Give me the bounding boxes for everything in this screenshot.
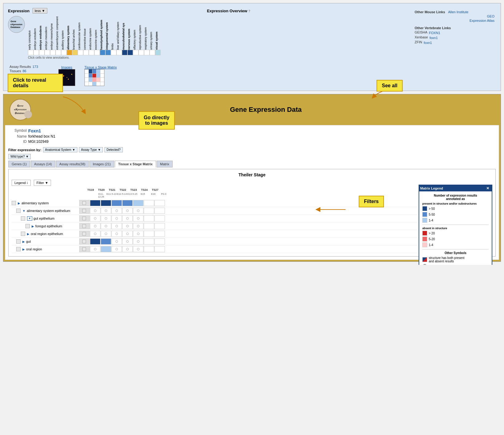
triangle-oral[interactable] (22, 248, 25, 251)
cell-oral-epi-4[interactable] (122, 231, 133, 237)
cell-oral-4[interactable] (122, 246, 133, 252)
cell-gut-epi-1[interactable] (90, 215, 100, 221)
cell-foregut-epi-6[interactable] (144, 223, 154, 229)
tab-matrix[interactable]: Matrix (157, 161, 173, 167)
cell-gut-4[interactable] (122, 238, 133, 245)
cell-foregut-epi-5[interactable] (133, 223, 143, 229)
checkbox-gut-epi[interactable] (21, 216, 25, 221)
heatmap-cell-18[interactable] (127, 50, 133, 55)
cell-oral-epi-6[interactable] (144, 231, 154, 237)
cell-oral-2[interactable] (101, 246, 111, 252)
triangle-foregut-epi[interactable] (32, 225, 34, 228)
wildtype-filter[interactable]: Wild type? ▼ (8, 154, 31, 159)
tab-genes[interactable]: Genes (1) (8, 161, 30, 167)
heatmap-cell-22[interactable] (150, 50, 155, 55)
heatmap-cell-19[interactable] (133, 50, 139, 55)
checkbox-alim-epi[interactable] (16, 209, 21, 213)
heatmap-cell-2[interactable] (39, 50, 45, 55)
cell-gut-1[interactable] (90, 238, 100, 245)
cell-alimentary-3[interactable] (111, 200, 122, 206)
checkbox-oral-epi[interactable] (21, 232, 25, 236)
cell-alim-epi-1[interactable] (90, 208, 100, 214)
checkbox-foregut-epi[interactable] (25, 224, 30, 228)
cell-alim-epi-3[interactable] (111, 208, 122, 214)
tissues-count[interactable]: 86 (23, 69, 26, 73)
heatmap-grid[interactable] (28, 50, 407, 55)
cell-foregut-epi-1[interactable] (90, 223, 100, 229)
allen-institute-link[interactable]: Allen Institute (448, 10, 468, 14)
cell-gut-epi-0[interactable] (79, 215, 90, 221)
tissue-matrix-thumbnail[interactable] (84, 69, 104, 86)
cell-alimentary-2[interactable] (101, 200, 111, 206)
cell-alim-epi-2[interactable] (101, 208, 111, 214)
heatmap-cell-7[interactable] (67, 50, 72, 55)
heatmap-cell-21[interactable] (144, 50, 150, 55)
checkbox-oral[interactable] (16, 247, 21, 251)
assay-results-count[interactable]: 173 (33, 65, 38, 69)
cell-alimentary-4[interactable] (122, 200, 133, 206)
heatmap-cell-5[interactable] (56, 50, 61, 55)
cell-gut-epi-5[interactable] (133, 215, 143, 221)
geo-link[interactable]: GEO (415, 14, 494, 18)
cell-alim-epi-4[interactable] (122, 208, 133, 214)
cell-gut-5[interactable] (133, 238, 143, 245)
cell-gut-2[interactable] (101, 238, 111, 245)
checkbox-gut[interactable] (16, 239, 21, 244)
cell-oral-1[interactable] (90, 246, 100, 252)
heatmap-cell-14[interactable] (105, 50, 111, 55)
cell-alim-epi-7[interactable] (154, 208, 165, 214)
assay-type-filter[interactable]: Assay Type ▼ (79, 147, 103, 152)
cell-alimentary-0[interactable] (79, 200, 90, 206)
heatmap-cell-9[interactable] (78, 50, 83, 55)
cell-gut-epi-2[interactable] (101, 215, 111, 221)
legend-info-icon[interactable]: ℹ (27, 181, 28, 185)
triangle-alimentary[interactable] (18, 202, 20, 205)
images-link[interactable]: Images (58, 65, 75, 69)
cell-oral-0[interactable] (79, 246, 90, 252)
cell-alim-epi-6[interactable] (144, 208, 154, 214)
cell-alim-epi-0[interactable] (79, 208, 90, 214)
heatmap-cell-20[interactable] (139, 50, 144, 55)
tab-assays[interactable]: Assays (14) (31, 161, 55, 167)
cell-foregut-epi-4[interactable] (122, 223, 133, 229)
heatmap-cell-16[interactable] (116, 50, 122, 55)
cell-alimentary-6[interactable] (144, 200, 154, 206)
cell-alimentary-1[interactable] (90, 200, 100, 206)
checkbox-alimentary[interactable] (12, 201, 16, 205)
cell-gut-epi-6[interactable] (144, 215, 154, 221)
triangle-gut-epi[interactable]: ▼ (27, 216, 32, 221)
cell-gut-epi-4[interactable] (122, 215, 133, 221)
cell-oral-6[interactable] (144, 246, 154, 252)
cell-gut-0[interactable] (79, 238, 90, 245)
foxn1-zfin-link[interactable]: foxn1 (424, 41, 432, 45)
cell-oral-epi-7[interactable] (154, 231, 165, 237)
cell-gut-epi-7[interactable] (154, 215, 165, 221)
cell-oral-7[interactable] (154, 246, 165, 252)
cell-gut-3[interactable] (111, 238, 122, 245)
heatmap-cell-13[interactable] (100, 50, 105, 55)
foxn1-geisha-link[interactable]: FOXN1 (429, 31, 440, 35)
cell-foregut-epi-0[interactable] (79, 223, 90, 229)
cell-oral-5[interactable] (133, 246, 143, 252)
cell-gut-epi-3[interactable] (111, 215, 122, 221)
heatmap-cell-0[interactable] (28, 50, 33, 55)
heatmap-cell-1[interactable] (33, 50, 39, 55)
cell-alimentary-5[interactable] (133, 200, 143, 206)
expression-atlas-link[interactable]: Expression Atlas (415, 19, 494, 22)
cell-gut-7[interactable] (154, 238, 165, 245)
cell-foregut-epi-2[interactable] (101, 223, 111, 229)
cell-oral-epi-3[interactable] (111, 231, 122, 237)
tissue-matrix-link[interactable]: Tissue x Stage Matrix (84, 65, 117, 69)
triangle-oral-epi[interactable] (27, 232, 29, 236)
heatmap-cell-23[interactable] (155, 50, 161, 55)
filter-small-button[interactable]: Filter ▼ (34, 180, 51, 186)
legend-button[interactable]: Legend ℹ (12, 180, 31, 186)
cell-gut-6[interactable] (144, 238, 154, 245)
cell-foregut-epi-3[interactable] (111, 223, 122, 229)
triangle-alim-epi[interactable] (22, 209, 25, 213)
heatmap-cell-4[interactable] (50, 50, 56, 55)
heatmap-cell-8[interactable] (72, 50, 78, 55)
overview-info-icon[interactable]: ? (248, 10, 250, 13)
tab-images[interactable]: Images (21) (89, 161, 114, 167)
cell-oral-epi-2[interactable] (101, 231, 111, 237)
